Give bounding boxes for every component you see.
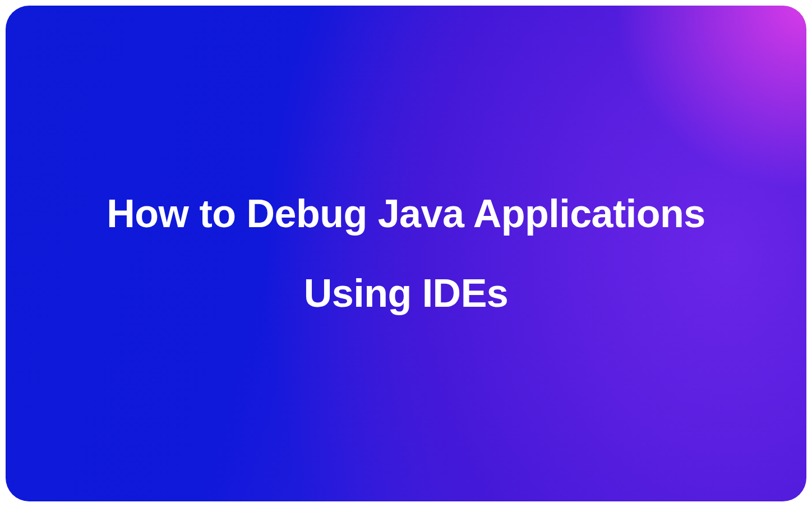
title-line-1: How to Debug Java Applications (107, 190, 705, 237)
hero-card: How to Debug Java Applications Using IDE… (6, 6, 806, 501)
title-line-2: Using IDEs (304, 270, 509, 317)
